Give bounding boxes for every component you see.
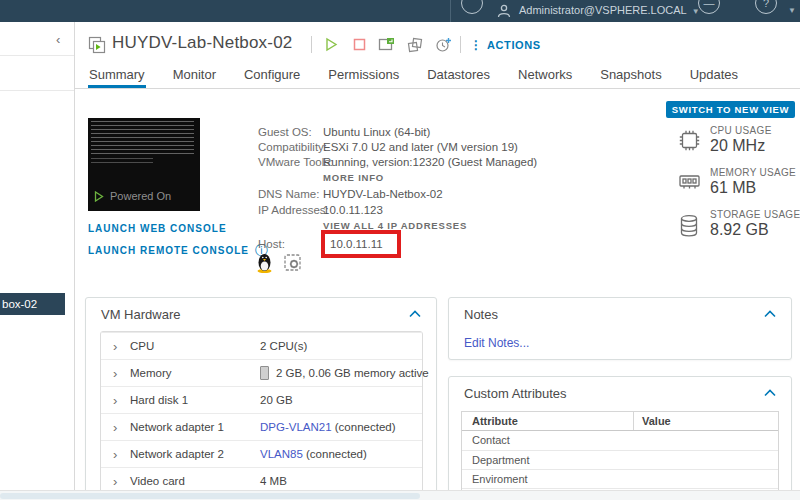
toolbar-divider [460, 36, 461, 53]
tree-item-tooltip[interactable]: box-02 [0, 293, 65, 315]
cpu-usage-label: CPU USAGE [710, 125, 772, 136]
ip-addresses-label: IP Addresses: [258, 204, 329, 216]
sidebar-divider [0, 90, 74, 91]
power-on-icon[interactable] [324, 37, 340, 53]
ip-addresses-value: 10.0.11.123 [323, 204, 383, 216]
memory-usage-label: MEMORY USAGE [710, 167, 796, 178]
navigation-sidebar: ‹ [0, 22, 75, 490]
notes-title: Notes [464, 307, 498, 322]
storage-usage-label: STORAGE USAGE [710, 209, 800, 220]
play-outline-icon [94, 191, 104, 202]
sidebar-divider [0, 55, 74, 56]
expand-chevron-icon[interactable]: › [113, 414, 117, 441]
custom-attributes-panel: Custom Attributes Attribute Value Contac… [448, 376, 792, 500]
switch-to-new-view-button[interactable]: SWITCH TO NEW VIEW [666, 101, 795, 118]
power-status: Powered On [94, 190, 171, 202]
sidebar-collapse-icon[interactable]: ‹ [56, 32, 60, 47]
tab-networks[interactable]: Networks [517, 62, 573, 88]
vm-hardware-row[interactable]: › Network adapter 2 VLAN85 (connected) [101, 440, 422, 467]
tab-datastores[interactable]: Datastores [426, 62, 491, 88]
expand-chevron-icon[interactable]: › [113, 333, 117, 360]
table-row: Department [462, 450, 778, 469]
notes-panel: Notes Edit Notes... [448, 297, 792, 360]
scheduled-task-icon[interactable] [435, 37, 451, 53]
cpu-icon [678, 129, 701, 152]
dns-name-value: HUYDV-Lab-Netbox-02 [323, 188, 443, 200]
tab-snapshots[interactable]: Snapshots [599, 62, 662, 88]
shut-down-icon[interactable] [352, 37, 368, 53]
compatibility-label: Compatibility: [258, 141, 327, 153]
kebab-icon: ⋮ [470, 38, 482, 52]
tab-monitor[interactable]: Monitor [172, 62, 217, 88]
attribute-column-header: Attribute [462, 412, 634, 430]
value-column-header: Value [634, 412, 778, 430]
snapshot-icon[interactable] [407, 37, 423, 53]
tab-bar: Summary Monitor Configure Permissions Da… [75, 62, 800, 89]
refresh-icon[interactable] [461, 0, 483, 14]
top-bar: Administrator@VSPHERE.LOCAL▼ — ? ▼ [0, 0, 800, 22]
tab-summary[interactable]: Summary [88, 62, 146, 88]
console-text-noise [91, 121, 194, 155]
network-link[interactable]: DPG-VLAN21 [260, 421, 332, 433]
memory-bar-icon [260, 366, 269, 380]
storage-icon [678, 214, 700, 238]
table-header: Attribute Value [462, 412, 778, 431]
compatibility-value: ESXi 7.0 U2 and later (VM version 19) [323, 141, 518, 153]
memory-usage-value: 61 MB [710, 179, 756, 197]
dns-name-label: DNS Name: [258, 188, 319, 200]
toolbar-divider [311, 36, 312, 53]
vm-icon [88, 36, 106, 54]
actions-button[interactable]: ⋮ACTIONS [470, 38, 541, 52]
horizontal-scrollbar-thumb[interactable] [0, 493, 420, 499]
table-row: Contact [462, 431, 778, 450]
launch-web-console-link[interactable]: LAUNCH WEB CONSOLE [88, 223, 227, 234]
vm-settings-icon[interactable] [283, 253, 302, 272]
expand-chevron-icon[interactable]: › [113, 387, 117, 414]
more-info-link[interactable]: MORE INFO [323, 172, 384, 183]
vmware-tools-label: VMware Tools: [258, 156, 333, 168]
edit-notes-link[interactable]: Edit Notes... [464, 336, 529, 350]
vm-hardware-panel: VM Hardware › CPU 2 CPU(s) › Memory 2 GB… [85, 297, 437, 500]
cpu-usage-value: 20 MHz [710, 137, 765, 155]
help-chevron-icon: ▼ [788, 6, 796, 15]
collapse-chevron-icon[interactable] [764, 310, 776, 318]
vm-hardware-table: › CPU 2 CPU(s) › Memory 2 GB, 0.06 GB me… [100, 331, 423, 495]
memory-icon [678, 173, 701, 191]
vm-hardware-row[interactable]: › Hard disk 1 20 GB [101, 386, 422, 413]
user-menu[interactable]: Administrator@VSPHERE.LOCAL▼ [519, 0, 700, 22]
guest-os-value: Ubuntu Linux (64-bit) [323, 126, 430, 138]
tab-permissions[interactable]: Permissions [327, 62, 400, 88]
custom-attributes-table: Attribute Value Contact Department Envir… [461, 411, 779, 500]
vm-hardware-row[interactable]: › Network adapter 1 DPG-VLAN21 (connecte… [101, 413, 422, 440]
collapse-chevron-icon[interactable] [409, 310, 421, 318]
open-console-icon[interactable] [378, 37, 394, 53]
guest-os-label: Guest OS: [258, 126, 312, 138]
horizontal-scrollbar [0, 490, 800, 500]
vm-hardware-title: VM Hardware [101, 307, 180, 322]
host-ip-highlight [321, 230, 401, 258]
vmware-tools-value: Running, version:12320 (Guest Managed) [323, 156, 537, 168]
vm-hardware-row[interactable]: › CPU 2 CPU(s) [101, 332, 422, 359]
vm-hardware-row[interactable]: › Memory 2 GB, 0.06 GB memory active [101, 359, 422, 386]
user-icon [496, 3, 512, 19]
page-title: HUYDV-Lab-Netbox-02 [112, 33, 293, 53]
table-row: Enviroment [462, 469, 778, 488]
feedback-icon[interactable]: — [698, 0, 720, 14]
expand-chevron-icon[interactable]: › [113, 360, 117, 387]
launch-remote-console-link[interactable]: LAUNCH REMOTE CONSOLEⓘ [88, 242, 269, 260]
network-link[interactable]: VLAN85 [260, 448, 303, 460]
storage-usage-value: 8.92 GB [710, 221, 769, 239]
custom-attributes-title: Custom Attributes [464, 386, 567, 401]
topbar-divider [450, 0, 451, 22]
expand-chevron-icon[interactable]: › [113, 441, 117, 468]
tab-updates[interactable]: Updates [689, 62, 739, 88]
linux-tux-icon [256, 252, 273, 273]
tab-configure[interactable]: Configure [243, 62, 301, 88]
console-text-noise [91, 158, 153, 166]
collapse-chevron-icon[interactable] [764, 389, 776, 397]
host-label: Host: [258, 238, 285, 250]
console-preview[interactable]: Powered On [88, 118, 200, 211]
help-icon[interactable]: ? [755, 0, 777, 14]
